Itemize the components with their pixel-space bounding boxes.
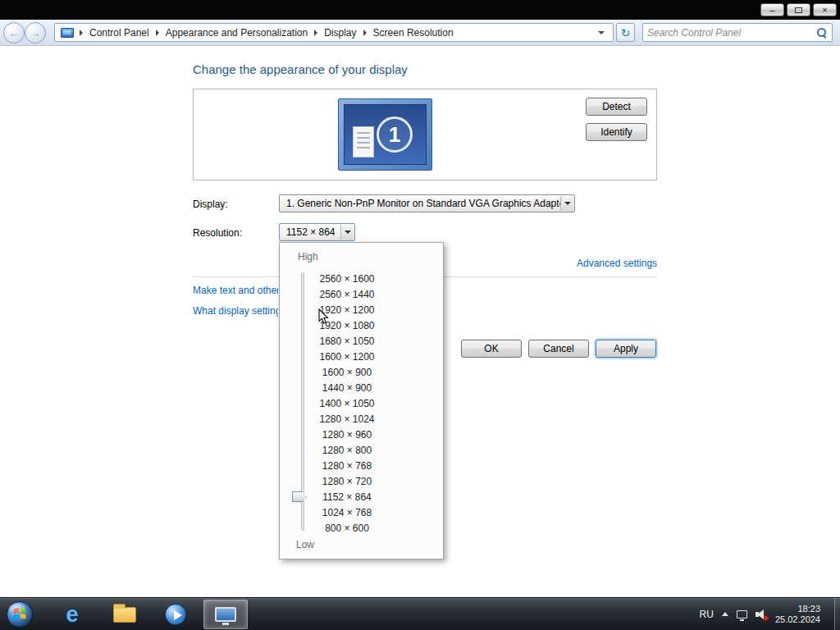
resolution-option[interactable]: 1400 × 1050 <box>308 395 386 411</box>
cancel-button[interactable]: Cancel <box>528 340 589 358</box>
breadcrumb-item-display[interactable]: Display <box>318 25 362 41</box>
ok-button[interactable]: OK <box>461 340 522 358</box>
resolution-option[interactable]: 840 × 630 <box>308 504 386 520</box>
refresh-button[interactable]: ↻ <box>616 23 635 42</box>
display-select-value: 1. Generic Non-PnP Monitor on Standard V… <box>286 198 568 209</box>
monitor-screen: 1 <box>344 104 427 165</box>
breadcrumb: Control Panel Appearance and Personaliza… <box>54 23 614 42</box>
page-title: Change the appearance of your display <box>193 62 408 76</box>
forward-button[interactable]: → <box>25 22 46 43</box>
clock-date: 25.02.2024 <box>775 614 820 625</box>
resolution-option[interactable]: 1600 × 900 <box>308 364 386 380</box>
search-box <box>642 23 833 42</box>
resolution-select-value: 1152 × 864 <box>286 226 336 238</box>
refresh-icon: ↻ <box>621 26 631 39</box>
close-icon: × <box>822 6 827 15</box>
address-dropdown-icon[interactable] <box>598 31 605 34</box>
apply-button[interactable]: Apply <box>596 340 656 358</box>
advanced-settings-link[interactable]: Advanced settings <box>577 258 657 269</box>
maximize-icon <box>795 7 802 13</box>
windows-logo-icon <box>6 600 34 628</box>
what-display-link[interactable]: What display setting <box>193 305 278 317</box>
main-content: Change the appearance of your display 1 … <box>0 46 840 597</box>
chevron-down-icon <box>560 196 573 211</box>
folder-icon <box>113 607 136 623</box>
resolution-option[interactable]: 1280 × 1024 <box>308 411 386 427</box>
chevron-down-icon <box>340 225 354 240</box>
resolution-option[interactable]: 1280 × 720 <box>308 473 386 489</box>
taskbar-clock[interactable]: 18:23 25.02.2024 <box>775 604 820 625</box>
minimize-icon: – <box>769 6 774 15</box>
window-titlebar: – × <box>0 0 840 20</box>
system-tray: RU 18:23 25.02.2024 <box>700 598 820 630</box>
resolution-option[interactable]: 1440 × 900 <box>308 380 386 395</box>
location-icon <box>61 28 74 38</box>
forward-arrow-icon: → <box>30 26 41 39</box>
resolution-dropdown-panel: High 2560 × 1600 2560 × 1440 1920 × 1200… <box>279 242 444 559</box>
resolution-option[interactable]: 2560 × 1600 <box>308 271 386 286</box>
monitor-number-badge: 1 <box>377 116 413 153</box>
navigation-bar: ← → Control Panel Appearance and Persona… <box>0 20 840 46</box>
breadcrumb-separator-icon <box>80 30 83 36</box>
search-icon <box>816 27 828 39</box>
taskbar: e RU 18:23 25.02.2024 <box>0 597 840 630</box>
breadcrumb-separator-icon <box>363 30 367 36</box>
language-indicator[interactable]: RU <box>700 609 714 620</box>
display-select[interactable]: 1. Generic Non-PnP Monitor on Standard V… <box>279 194 575 212</box>
media-player-icon <box>165 604 186 625</box>
maximize-button[interactable] <box>787 3 810 16</box>
identify-button[interactable]: Identify <box>586 123 647 141</box>
resolution-option[interactable]: 1920 × 1080 <box>308 317 386 333</box>
volume-muted-icon[interactable] <box>756 609 767 619</box>
close-button[interactable]: × <box>813 3 837 16</box>
tray-expand-icon[interactable] <box>722 612 728 616</box>
resolution-option[interactable]: 1920 × 1200 <box>308 302 386 317</box>
taskbar-media-player-button[interactable] <box>154 600 197 629</box>
resolution-option[interactable]: 1280 × 768 <box>308 458 386 473</box>
resolution-option[interactable]: 1600 × 1200 <box>308 349 386 364</box>
start-button[interactable] <box>5 600 34 629</box>
breadcrumb-item-screen-resolution[interactable]: Screen Resolution <box>368 25 459 41</box>
network-icon[interactable] <box>737 610 747 619</box>
display-settings-icon <box>215 607 236 622</box>
resolution-select[interactable]: 1152 × 864 <box>279 223 355 241</box>
clock-time: 18:23 <box>797 604 820 614</box>
breadcrumb-separator-icon <box>156 30 159 36</box>
breadcrumb-separator-icon <box>314 30 317 36</box>
resolution-slider-thumb[interactable] <box>292 491 307 502</box>
window-controls: – × <box>760 3 837 16</box>
back-arrow-icon: ← <box>8 26 20 39</box>
taskbar-internet-explorer-button[interactable]: e <box>51 600 94 629</box>
resolution-label: Resolution: <box>193 227 242 239</box>
resolution-option[interactable]: 800 × 600 <box>308 520 386 536</box>
breadcrumb-item-appearance[interactable]: Appearance and Personalization <box>160 25 313 41</box>
resolution-option[interactable]: 1680 × 1050 <box>308 333 386 349</box>
resolution-option[interactable]: 2560 × 1440 <box>308 286 386 302</box>
breadcrumb-item-control-panel[interactable]: Control Panel <box>84 25 155 41</box>
make-text-link[interactable]: Make text and other <box>193 285 278 296</box>
show-desktop-button[interactable] <box>834 598 840 630</box>
resolution-option[interactable]: 1280 × 960 <box>308 427 386 442</box>
mute-badge-icon <box>763 615 769 621</box>
back-button[interactable]: ← <box>3 22 25 43</box>
document-icon <box>353 126 374 158</box>
resolution-option[interactable]: 1280 × 800 <box>308 442 386 458</box>
search-input[interactable] <box>647 27 816 39</box>
monitor-preview[interactable]: 1 <box>338 98 432 171</box>
taskbar-explorer-button[interactable] <box>103 600 146 629</box>
minimize-button[interactable]: – <box>760 3 784 16</box>
taskbar-screen-resolution-button[interactable] <box>203 600 248 629</box>
screen: – × ← → Control Panel Appearance and Per… <box>0 0 840 630</box>
low-label: Low <box>296 539 314 550</box>
high-label: High <box>298 251 318 262</box>
display-label: Display: <box>193 199 228 210</box>
detect-button[interactable]: Detect <box>586 98 647 116</box>
resolution-option-selected[interactable]: 1152 × 864 <box>308 489 386 504</box>
internet-explorer-icon: e <box>66 602 78 628</box>
